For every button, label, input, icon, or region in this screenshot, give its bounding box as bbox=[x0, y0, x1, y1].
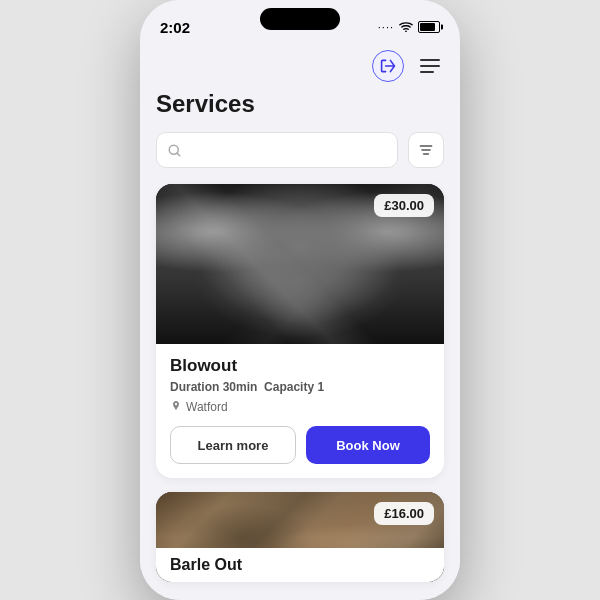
card-actions-blowout: Learn more Book Now bbox=[170, 426, 430, 464]
price-badge-blowout: £30.00 bbox=[374, 194, 434, 217]
wifi-icon bbox=[399, 22, 413, 32]
phone-frame: 2:02 ···· bbox=[140, 0, 460, 600]
hamburger-line-1 bbox=[420, 59, 440, 61]
card-meta-blowout: Duration 30min Capacity 1 bbox=[170, 380, 430, 394]
hamburger-line-3 bbox=[420, 71, 434, 73]
book-now-button[interactable]: Book Now bbox=[306, 426, 430, 464]
learn-more-button[interactable]: Learn more bbox=[170, 426, 296, 464]
notch bbox=[260, 8, 340, 30]
service-card-blowout: £30.00 Blowout Duration 30min Capacity 1… bbox=[156, 184, 444, 478]
login-icon bbox=[380, 58, 396, 74]
card-body-blowout: Blowout Duration 30min Capacity 1 Watfor… bbox=[156, 344, 444, 478]
capacity-label: Capacity bbox=[264, 380, 314, 394]
location-text: Watford bbox=[186, 400, 228, 414]
location-pin-icon bbox=[170, 401, 182, 413]
main-content: Services £30.00 bbox=[140, 90, 460, 600]
duration-label: Duration bbox=[170, 380, 219, 394]
menu-button[interactable] bbox=[416, 55, 444, 77]
price-badge-curl: £16.00 bbox=[374, 502, 434, 525]
page-title: Services bbox=[156, 90, 444, 118]
status-time: 2:02 bbox=[160, 19, 190, 36]
duration-value: 30min bbox=[223, 380, 258, 394]
card-image-blowout: £30.00 bbox=[156, 184, 444, 344]
battery-icon bbox=[418, 21, 440, 33]
filter-button[interactable] bbox=[408, 132, 444, 168]
hamburger-line-2 bbox=[420, 65, 440, 67]
filter-icon bbox=[418, 142, 434, 158]
service-card-curl: £16.00 Barle Out bbox=[156, 492, 444, 582]
top-nav bbox=[140, 44, 460, 90]
card-location-blowout: Watford bbox=[170, 400, 430, 414]
curl-card-title: Barle Out bbox=[156, 548, 444, 582]
search-icon bbox=[167, 143, 182, 158]
login-button[interactable] bbox=[372, 50, 404, 82]
svg-point-0 bbox=[405, 31, 407, 32]
card-title-blowout: Blowout bbox=[170, 356, 430, 376]
search-box[interactable] bbox=[156, 132, 398, 168]
search-row bbox=[156, 132, 444, 168]
capacity-value: 1 bbox=[317, 380, 324, 394]
status-icons: ···· bbox=[378, 21, 440, 33]
status-bar: 2:02 ···· bbox=[140, 0, 460, 44]
signal-dots-icon: ···· bbox=[378, 21, 394, 33]
